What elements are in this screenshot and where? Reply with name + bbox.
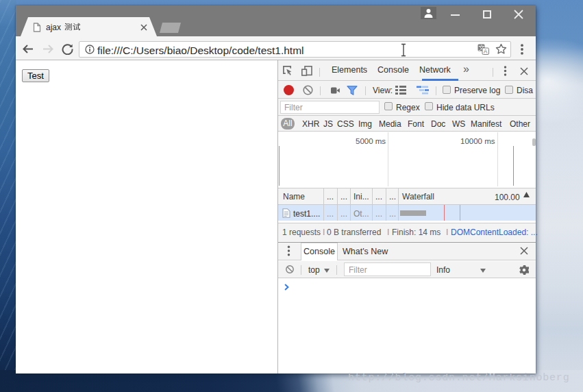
svg-text:A: A: [484, 48, 488, 55]
